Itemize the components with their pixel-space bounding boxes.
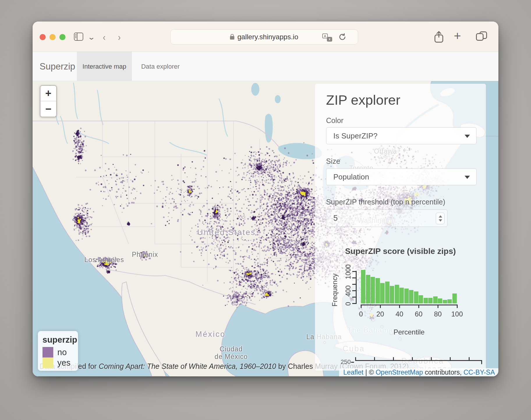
map-legend: superzip noyes: [38, 331, 78, 371]
sidebar-icon[interactable]: [74, 33, 83, 41]
color-label: Color: [326, 116, 344, 125]
zoom-in-button[interactable]: +: [40, 86, 56, 101]
tab-overview-icon[interactable]: [476, 31, 487, 41]
histogram-bar: [385, 282, 390, 303]
x-tick: [380, 305, 381, 308]
reload-icon[interactable]: [339, 33, 346, 41]
histogram-bar: [361, 270, 365, 304]
threshold-label: SuperZIP threshold (top n percentile): [326, 198, 445, 206]
x-tick-label: 0: [359, 310, 363, 318]
leaflet-link[interactable]: Leaflet: [343, 369, 363, 376]
url-text: gallery.shinyapps.io: [237, 33, 298, 41]
y-tick: [352, 277, 356, 278]
partial-axis-tick: [469, 357, 470, 360]
histogram-bar: [447, 299, 452, 303]
browser-window: ⌄ ‹ › gallery.shinyapps.io A x + Superzi…: [33, 22, 498, 376]
threshold-value: 5: [333, 214, 338, 223]
legend-label: yes: [57, 358, 70, 368]
app-navbar: Superzip Interactive map Data explorer: [33, 52, 498, 81]
y-axis: [356, 271, 357, 304]
histogram-bar: [376, 278, 380, 303]
x-axis: [361, 305, 457, 305]
map-zoom-control: + −: [40, 85, 57, 117]
histogram-bar: [380, 283, 385, 303]
chevron-down-icon: [465, 135, 470, 138]
partial-axis-tick: [374, 357, 375, 360]
app-brand: Superzip: [40, 52, 75, 81]
translate-icon[interactable]: A x: [322, 33, 332, 41]
x-tick-label: 40: [396, 310, 403, 318]
y-tick: [352, 284, 356, 285]
size-label: Size: [326, 157, 340, 165]
panel-title: ZIP explorer: [326, 92, 400, 108]
x-tick: [457, 305, 458, 308]
browser-toolbar: ⌄ ‹ › gallery.shinyapps.io A x +: [33, 22, 498, 52]
y-tick-label: 400: [344, 282, 352, 300]
x-tick: [361, 305, 362, 308]
y-tick: [352, 290, 356, 291]
license-link[interactable]: CC-BY-SA: [463, 369, 495, 376]
histogram-bar: [414, 291, 418, 303]
fullscreen-window-button[interactable]: [59, 34, 66, 40]
partial-axis-line: [355, 360, 482, 361]
minimize-window-button[interactable]: [49, 34, 56, 40]
close-window-button[interactable]: [40, 34, 46, 40]
x-tick-label: 20: [376, 310, 384, 318]
tab-data-explorer[interactable]: Data explorer: [132, 52, 189, 81]
histogram-bar: [419, 295, 423, 303]
y-axis-label: Frequency: [331, 273, 339, 307]
x-tick-label: 100: [451, 310, 463, 318]
color-select[interactable]: Is SuperZIP?: [326, 127, 477, 144]
size-select-value: Population: [333, 172, 369, 181]
tab-interactive-map[interactable]: Interactive map: [77, 52, 132, 81]
histogram-bar: [366, 275, 370, 303]
partial-axis-tick: [450, 357, 451, 360]
legend-swatch: [43, 357, 53, 368]
osm-link[interactable]: OpenStreetMap: [376, 369, 423, 376]
histogram-title: SuperZIP score (visible zips): [315, 247, 486, 256]
x-tick-label: 80: [434, 310, 442, 318]
x-axis-label: Percentile: [394, 328, 425, 336]
size-select[interactable]: Population: [326, 168, 477, 185]
histogram-bar: [399, 288, 404, 303]
partial-axis-tick: [431, 357, 432, 360]
y-tick: [352, 303, 356, 304]
y-tick: [352, 271, 356, 272]
address-bar[interactable]: gallery.shinyapps.io A x: [170, 29, 358, 45]
lock-icon: [230, 36, 234, 40]
histogram-bar: [395, 285, 399, 303]
histogram-bar: [443, 300, 447, 303]
histogram-bar: [428, 298, 433, 303]
x-tick-label: 60: [415, 310, 423, 318]
x-tick: [399, 305, 400, 308]
legend-label: no: [57, 348, 67, 357]
y-tick-label: 1000: [344, 263, 352, 281]
number-stepper[interactable]: [436, 213, 445, 224]
forward-button[interactable]: ›: [118, 31, 121, 43]
x-tick: [438, 305, 438, 308]
histogram-bar: [433, 296, 438, 303]
y-tick: [352, 297, 356, 298]
zip-explorer-panel: ZIP explorer Color Is SuperZIP? Size Pop…: [315, 84, 486, 371]
legend-item: yes: [43, 357, 78, 368]
x-tick: [418, 305, 419, 308]
share-icon[interactable]: [434, 31, 443, 43]
zoom-out-button[interactable]: −: [40, 101, 56, 117]
leaflet-map[interactable]: United StatesMéxicoPhoenixLos AngelesCiu…: [33, 81, 498, 376]
partial-axis-tick: [393, 357, 394, 360]
new-tab-icon[interactable]: +: [454, 29, 461, 43]
histogram-bar: [404, 289, 409, 303]
histogram-bar: [452, 293, 457, 303]
histogram-bar: [371, 277, 375, 303]
chevron-down-icon[interactable]: ⌄: [87, 33, 95, 41]
partial-y-tick: [351, 362, 354, 363]
map-attribution: Leaflet | © OpenStreetMap contributors, …: [339, 368, 498, 376]
histogram-bar: [424, 298, 428, 303]
histogram-bar: [390, 286, 394, 303]
chevron-down-icon: [465, 176, 470, 179]
color-select-value: Is SuperZIP?: [333, 131, 378, 140]
back-button[interactable]: ‹: [103, 31, 105, 43]
threshold-input[interactable]: 5: [326, 209, 447, 227]
legend-title: superzip: [43, 335, 78, 345]
partial-axis-tick: [412, 357, 413, 360]
